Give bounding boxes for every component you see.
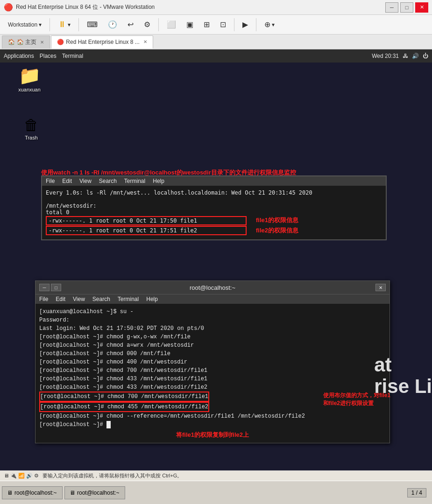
terminal-title: root@localhost:~: [63, 284, 362, 291]
trash-graphic: 🗑: [24, 117, 39, 134]
taskbar-label-1: root@localhost:~: [14, 490, 57, 496]
workstation-label: Workstation: [8, 21, 37, 28]
taskbar: 🖥 root@localhost:~ 🖥 root@localhost:~ 1 …: [0, 481, 432, 504]
dropdown-arrow-icon: ▾: [39, 21, 42, 28]
mt-menu-help[interactable]: Help: [146, 296, 158, 302]
workstation-menu-button[interactable]: Workstation ▾: [4, 19, 46, 30]
file2-permissions-line: -rwx------. 1 root root 0 Oct 21 17:51 f…: [46, 226, 247, 235]
unity-button[interactable]: ⊕ ▾: [260, 18, 279, 31]
home-icon: 🏠: [8, 39, 15, 45]
tab-vm[interactable]: 🔴 Red Hat Enterprise Linux 8 ... ✕: [51, 35, 153, 49]
tab-home-close[interactable]: ✕: [40, 40, 44, 45]
watch-header-line: Every 1.0s: ls -Rl /mnt/west... localhos…: [46, 189, 382, 196]
stretch2-button[interactable]: ⊡: [216, 18, 230, 31]
mt-menu-view[interactable]: View: [73, 296, 85, 302]
pause-button[interactable]: ⏸ ▾: [54, 17, 75, 32]
taskbar-icon-1: 🖥: [7, 490, 13, 496]
terminal-titlebar: ─ □ root@localhost:~ ✕: [35, 281, 390, 294]
terminal-menu-item[interactable]: Terminal: [62, 53, 83, 59]
mt-menu-edit[interactable]: Edit: [56, 296, 65, 302]
tab-home[interactable]: 🏠 🏠 主页 ✕: [2, 35, 50, 49]
maximize-button[interactable]: □: [400, 2, 413, 13]
send-ctrl-alt-del-button[interactable]: ⌨: [83, 18, 102, 31]
mt-menu-terminal[interactable]: Terminal: [118, 296, 139, 302]
toolbar-separator: [50, 18, 50, 31]
page-indicator: 1 / 4: [407, 488, 426, 497]
watch-terminal-body: Every 1.0s: ls -Rl /mnt/west... localhos…: [42, 186, 386, 239]
folder-label: xuanxuan: [18, 87, 41, 92]
tab-vm-close[interactable]: ✕: [143, 39, 147, 44]
folder-icon-xuanxuan[interactable]: 📁 xuanxuan: [13, 63, 46, 94]
toolbar: Workstation ▾ ⏸ ▾ ⌨ 🕐 ↩ ⚙ ⬜ ▣ ⊞ ⊡ ▶ ⊕ ▾: [0, 15, 432, 35]
wt-menu-terminal[interactable]: Terminal: [124, 178, 145, 184]
terminal-maximize-btn[interactable]: □: [51, 284, 61, 291]
terminal-line-2: Password:: [39, 316, 386, 324]
title-bar-controls: ─ □ ✕: [385, 2, 428, 13]
terminal-line-chmod700: [root@localhost ~]# chmod 700 /mnt/westo…: [39, 392, 209, 402]
pause-dropdown: ▾: [68, 21, 71, 28]
annotation-reference: 将file1的权限复制到file2上: [39, 431, 386, 439]
close-button[interactable]: ✕: [415, 2, 428, 13]
wt-menu-edit[interactable]: Edit: [62, 178, 72, 184]
snapshot-button[interactable]: 🕐: [104, 18, 121, 31]
file1-permissions-line: -rwx------. 1 root root 0 Oct 21 17:50 f…: [46, 216, 247, 225]
power-icon[interactable]: ⏻: [423, 53, 428, 59]
wt-menu-search[interactable]: Search: [99, 178, 117, 184]
pause-icon: ⏸: [58, 20, 66, 29]
terminal-line-6: [root@localhost ~]# chmod 000 /mnt/file: [39, 350, 386, 358]
console-button[interactable]: ▶: [238, 18, 252, 31]
trash-icon-item[interactable]: 🗑 Trash: [15, 115, 48, 142]
annotation-file2: file2的权限信息: [256, 226, 298, 235]
snapshot-icon: 🕐: [108, 20, 117, 29]
terminal-close-btn[interactable]: ✕: [375, 284, 386, 291]
unity-icon: ⊕: [264, 20, 270, 29]
taskbar-item-2[interactable]: 🖥 root@localhost:~: [64, 486, 125, 499]
revert-button[interactable]: ↩: [123, 18, 138, 31]
toolbar-separator4: [234, 18, 234, 31]
rhel-watermark: at rise Li: [374, 354, 432, 397]
stretch-icon: ⊞: [204, 20, 210, 29]
taskbar-right: 1 / 4: [407, 488, 430, 497]
terminal-line-prompt[interactable]: [root@localhost ~]#: [39, 420, 386, 429]
watch-terminal-window: File Edit View Search Terminal Help Ever…: [41, 175, 387, 240]
taskbar-item-1[interactable]: 🖥 root@localhost:~: [2, 486, 63, 499]
stretch-button[interactable]: ⊞: [199, 18, 214, 31]
status-icons: 🖥 🔌 📶 🔊 ⚙: [4, 473, 39, 479]
wt-menu-file[interactable]: File: [46, 178, 55, 184]
fullscreen-button[interactable]: ⬜: [163, 18, 180, 31]
watch-total-line: total 0: [46, 209, 382, 216]
toolbar-separator5: [256, 18, 256, 31]
settings-button[interactable]: ⚙: [140, 18, 155, 31]
toolbar-separator2: [78, 18, 79, 31]
folder-graphic: 📁: [19, 65, 41, 86]
revert-icon: ↩: [127, 20, 134, 29]
terminal-line-5: [root@localhost ~]# chmod a=wrx /mnt/wes…: [39, 341, 386, 350]
terminal-line-1: [xuanxuan@localhost ~]$ su -: [39, 308, 386, 316]
multimon-button[interactable]: ▣: [182, 18, 198, 31]
terminal-minimize-btn[interactable]: ─: [39, 284, 50, 291]
window-title: Red Hat Enterprise Linux 8 64 位 - VMware…: [16, 3, 155, 11]
terminal-line-reference: [root@localhost ~]# chmod --reference=/m…: [39, 412, 386, 420]
terminal-body[interactable]: [xuanxuan@localhost ~]$ su - Password: L…: [35, 304, 390, 443]
settings-icon: ⚙: [144, 20, 150, 29]
mt-menu-file[interactable]: File: [39, 296, 48, 302]
places-menu[interactable]: Places: [40, 53, 57, 59]
terminal-line-4: [root@localhost ~]# chmod g-wx,o-wx /mnt…: [39, 333, 386, 341]
wt-menu-view[interactable]: View: [79, 178, 92, 184]
fullscreen-icon: ⬜: [167, 20, 176, 29]
wt-menu-help[interactable]: Help: [153, 178, 164, 184]
taskbar-label-2: root@localhost:~: [77, 490, 120, 496]
watch-terminal-menubar: File Edit View Search Terminal Help: [42, 176, 386, 186]
terminal-line-9: [root@localhost ~]# chmod 433 /mnt/westo…: [39, 375, 386, 383]
multimon-icon: ▣: [186, 20, 193, 29]
volume-icon: 🔊: [412, 53, 419, 59]
watch-blank-line: [46, 196, 382, 203]
minimize-button[interactable]: ─: [385, 2, 398, 13]
tab-home-label: 🏠 主页: [17, 38, 36, 46]
terminal-menubar: File Edit View Search Terminal Help: [35, 294, 390, 304]
main-terminal-window: ─ □ root@localhost:~ ✕ File Edit View Se…: [35, 280, 390, 443]
applications-menu[interactable]: Applications: [4, 53, 34, 59]
title-bar-left: 🔴 Red Hat Enterprise Linux 8 64 位 - VMwa…: [4, 3, 155, 12]
watch-dir-line: /mnt/westosdir:: [46, 203, 382, 209]
mt-menu-search[interactable]: Search: [92, 296, 110, 302]
